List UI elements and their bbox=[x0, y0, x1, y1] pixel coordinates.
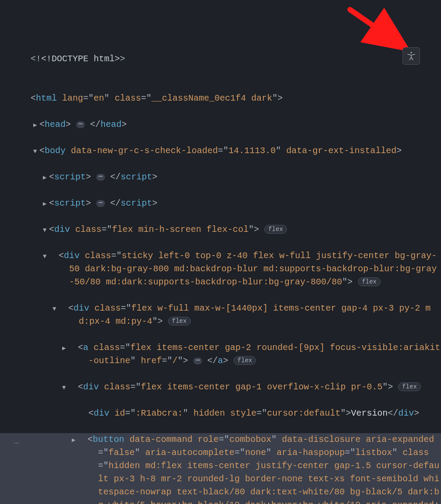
flex-badge[interactable]: flex bbox=[358, 277, 381, 286]
body-tag-line[interactable]: ▼<body data-new-gr-c-s-check-loaded="14.… bbox=[31, 144, 441, 158]
anchor-line[interactable]: ▶<a class="flex items-center gap-2 round… bbox=[31, 341, 441, 368]
div-maxw-line[interactable]: ▼<div class="flex w-full max-w-[1440px] … bbox=[31, 302, 441, 328]
div-overflow-line[interactable]: ▼<div class="flex items-center gap-1 ove… bbox=[31, 381, 441, 394]
ellipsis-icon[interactable]: ⋯ bbox=[193, 357, 202, 364]
dom-tree-view: <!<!DOCTYPE html>> document.querySelecto… bbox=[0, 0, 441, 504]
flex-badge[interactable]: flex bbox=[264, 225, 287, 234]
ellipsis-icon[interactable]: ⋯ bbox=[96, 174, 105, 181]
html-tag-line[interactable]: <html lang="en" class="__className_0ec1f… bbox=[31, 92, 441, 105]
ellipsis-icon[interactable]: ⋯ bbox=[96, 200, 105, 207]
flex-badge[interactable]: flex bbox=[168, 317, 191, 326]
head-tag-line[interactable]: ▶<head> ⋯ </head> bbox=[31, 118, 441, 131]
script-line-2[interactable]: ▶<script> ⋯ </script> bbox=[31, 197, 441, 210]
flex-badge[interactable]: flex bbox=[234, 356, 256, 365]
accessibility-icon bbox=[406, 51, 416, 61]
script-line-1[interactable]: ▶<script> ⋯ </script> bbox=[31, 171, 441, 184]
div-version-line[interactable]: <div id=":R1abcra:" hidden style="cursor… bbox=[31, 407, 441, 420]
selected-node[interactable]: ▶<button data-command role="combobox" da… bbox=[0, 433, 441, 504]
svg-point-1 bbox=[410, 52, 412, 53]
flex-badge[interactable]: flex bbox=[398, 382, 421, 391]
div-flex-col-line[interactable]: ▼<div class="flex min-h-screen flex-col"… bbox=[31, 223, 441, 236]
accessibility-button[interactable] bbox=[402, 47, 420, 65]
doctype-line: <!<!DOCTYPE html>> bbox=[31, 52, 441, 66]
div-sticky-line[interactable]: ▼<div class="sticky left-0 top-0 z-40 fl… bbox=[31, 249, 441, 289]
ellipsis-icon[interactable]: ⋯ bbox=[76, 121, 85, 128]
